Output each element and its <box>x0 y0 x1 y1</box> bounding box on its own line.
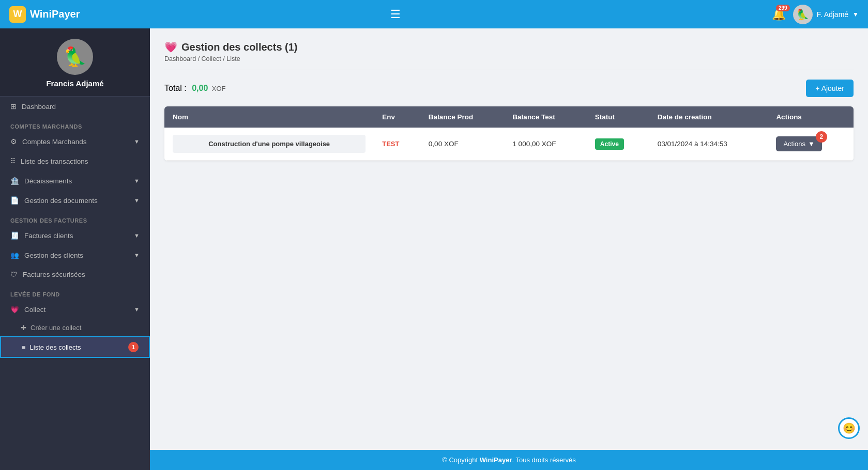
sidebar-item-comptes-marchands[interactable]: ⚙ Comptes Marchands ▼ <box>0 132 150 151</box>
transactions-icon: ⠿ <box>10 157 16 165</box>
section-gestion-factures: GESTION DES FACTURES <box>0 210 150 226</box>
sidebar-item-label: Gestion des clients <box>24 252 83 259</box>
total-label-area: Total : 0,00 XOF <box>164 84 225 93</box>
sidebar-avatar: 🦜 <box>57 39 93 75</box>
actions-badge: 2 <box>816 131 827 143</box>
total-row: Total : 0,00 XOF + Ajouter <box>164 80 854 97</box>
actions-chevron-icon: ▼ <box>808 140 815 148</box>
chevron-down-icon: ▼ <box>852 11 859 18</box>
page-title: 💗 Gestion des collects (1) <box>164 41 854 53</box>
sidebar-item-label: Liste des transactions <box>21 158 88 165</box>
sidebar-item-label: Décaissements <box>24 177 72 185</box>
breadcrumb-sep1: / <box>198 55 202 62</box>
cell-balance-test: 1 000,00 XOF <box>504 128 586 161</box>
content-inner: 💗 Gestion des collects (1) Dashboard / C… <box>150 28 868 450</box>
documents-icon: 📄 <box>10 196 19 205</box>
chevron-down-icon: ▼ <box>134 138 140 145</box>
topbar-right: 🔔 299 🦜 F. Adjamé ▼ <box>772 5 859 24</box>
actions-button[interactable]: Actions ▼ 2 <box>776 136 822 151</box>
statut-badge: Active <box>595 138 624 150</box>
col-balance-test: Balance Test <box>504 106 586 128</box>
sidebar: 🦜 Francis Adjamé ⊞ Dashboard COMPTES MAR… <box>0 28 150 470</box>
user-avatar: 🦜 <box>793 5 813 24</box>
col-env: Env <box>374 106 420 128</box>
comptes-marchands-icon: ⚙ <box>10 137 17 146</box>
footer: © Copyright WiniPayer. Tous droits réser… <box>150 450 868 470</box>
sidebar-item-dashboard[interactable]: ⊞ Dashboard <box>0 97 150 116</box>
page-title-icon: 💗 <box>164 41 177 53</box>
user-name: F. Adjamé <box>817 10 848 19</box>
breadcrumb-collect[interactable]: Collect <box>202 55 221 62</box>
sidebar-item-collect[interactable]: 💗 Collect ▼ <box>0 300 150 319</box>
chat-bubble[interactable]: 😊 <box>838 417 860 439</box>
sidebar-item-label: Comptes Marchands <box>22 138 87 146</box>
dashboard-icon: ⊞ <box>10 102 17 111</box>
sidebar-item-liste-transactions[interactable]: ⠿ Liste des transactions <box>0 151 150 171</box>
breadcrumb: Dashboard / Collect / Liste <box>164 55 854 62</box>
logo-text: WiniPayer <box>30 8 80 20</box>
sidebar-item-label: Factures clients <box>24 232 73 240</box>
table-container: Nom Env Balance Prod Balance Test Statut… <box>164 106 854 161</box>
topbar: W WiniPayer ☰ 🔔 299 🦜 F. Adjamé ▼ <box>0 0 868 28</box>
factures-icon: 🧾 <box>10 231 19 240</box>
total-currency: XOF <box>212 85 226 92</box>
sidebar-item-factures-clients[interactable]: 🧾 Factures clients ▼ <box>0 226 150 245</box>
cell-env: TEST <box>374 128 420 161</box>
chevron-down-icon: ▼ <box>134 306 140 312</box>
sidebar-item-decaissements[interactable]: 🏦 Décaissements ▼ <box>0 171 150 191</box>
chevron-down-icon: ▼ <box>134 178 140 184</box>
clients-icon: 👥 <box>10 251 19 259</box>
user-menu[interactable]: 🦜 F. Adjamé ▼ <box>793 5 859 24</box>
sidebar-submenu-liste-collects[interactable]: ≡ Liste des collects 1 <box>0 336 150 358</box>
menu-icon[interactable]: ☰ <box>390 8 401 21</box>
section-levee-fond: LEVÉE DE FOND <box>0 284 150 300</box>
total-label: Total : <box>164 84 187 92</box>
cell-statut: Active <box>587 128 649 161</box>
sidebar-item-label: Dashboard <box>22 103 56 111</box>
notification-badge: 299 <box>776 5 790 11</box>
sidebar-submenu-creer-collect[interactable]: ✚ Créer une collect <box>0 319 150 336</box>
total-value: 0,00 <box>192 84 208 92</box>
footer-text: © Copyright WiniPayer. Tous droits réser… <box>442 456 576 464</box>
col-date-creation: Date de creation <box>649 106 768 128</box>
sidebar-item-label: Collect <box>24 306 45 314</box>
sidebar-username: Francis Adjamé <box>46 79 103 88</box>
sidebar-item-factures-securisees[interactable]: 🛡 Factures sécurisées <box>0 265 150 284</box>
sidebar-item-gestion-clients[interactable]: 👥 Gestion des clients ▼ <box>0 245 150 265</box>
collect-icon: 💗 <box>10 305 19 314</box>
cell-actions: Actions ▼ 2 <box>768 128 854 161</box>
decaissements-icon: 🏦 <box>10 177 19 185</box>
plus-icon: ✚ <box>21 324 26 332</box>
col-balance-prod: Balance Prod <box>420 106 505 128</box>
col-nom: Nom <box>164 106 374 128</box>
table-row: Construction d'une pompe villageoise TES… <box>164 128 854 161</box>
list-collects-badge: 1 <box>128 342 139 352</box>
divider <box>164 70 854 70</box>
section-comptes-marchands: COMPTES MARCHANDS <box>0 116 150 132</box>
chevron-down-icon: ▼ <box>134 252 140 258</box>
table-header-row: Nom Env Balance Prod Balance Test Statut… <box>164 106 854 128</box>
page-header: 💗 Gestion des collects (1) Dashboard / C… <box>164 41 854 62</box>
breadcrumb-dashboard[interactable]: Dashboard <box>164 55 196 62</box>
env-badge: TEST <box>382 140 399 148</box>
sidebar-profile: 🦜 Francis Adjamé <box>0 28 150 97</box>
page-title-text: Gestion des collects (1) <box>181 41 298 53</box>
sidebar-item-gestion-documents[interactable]: 📄 Gestion des documents ▼ <box>0 191 150 210</box>
cell-balance-prod: 0,00 XOF <box>420 128 505 161</box>
col-statut: Statut <box>587 106 649 128</box>
sidebar-item-label: Factures sécurisées <box>23 271 85 278</box>
logo[interactable]: W WiniPayer <box>9 6 380 23</box>
main-layout: 🦜 Francis Adjamé ⊞ Dashboard COMPTES MAR… <box>0 28 868 470</box>
logo-icon: W <box>9 6 26 23</box>
ajouter-button[interactable]: + Ajouter <box>806 80 854 97</box>
chevron-down-icon: ▼ <box>134 197 140 203</box>
breadcrumb-liste: Liste <box>226 55 240 62</box>
list-icon: ≡ <box>22 343 26 351</box>
collect-name: Construction d'une pompe villageoise <box>173 135 366 153</box>
cell-nom: Construction d'une pompe villageoise <box>164 128 374 161</box>
col-actions: Actions <box>768 106 854 128</box>
content: 💗 Gestion des collects (1) Dashboard / C… <box>150 28 868 470</box>
notification-bell[interactable]: 🔔 299 <box>772 8 786 21</box>
collects-table: Nom Env Balance Prod Balance Test Statut… <box>164 106 854 161</box>
cell-date-creation: 03/01/2024 à 14:34:53 <box>649 128 768 161</box>
